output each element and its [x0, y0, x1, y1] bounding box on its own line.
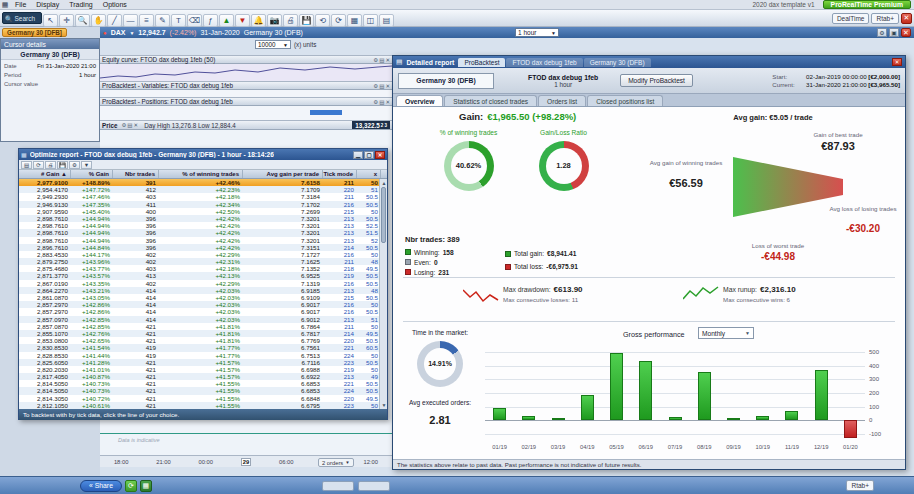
- optimize-titlebar[interactable]: ▦ Optimize report - FTOD dax debug 1feb …: [19, 149, 387, 160]
- share-button[interactable]: « Share: [80, 480, 122, 492]
- maximize-icon[interactable]: ▣: [889, 28, 899, 37]
- panel-list-icon[interactable]: ▤: [379, 99, 384, 105]
- optimize-result-row[interactable]: 2,828.8530+141.44%419+41.77%6.751322450: [19, 352, 387, 359]
- list-icon[interactable]: ▤: [379, 14, 394, 27]
- save-icon[interactable]: 💾: [299, 14, 314, 27]
- optimize-result-row[interactable]: 2,946.9130+147.35%411+42.34%7.170221650.…: [19, 201, 387, 208]
- minimize-icon[interactable]: ▁: [353, 151, 363, 159]
- layout-icon[interactable]: ◫: [363, 14, 378, 27]
- equity-curve-chart[interactable]: [100, 64, 392, 81]
- close-icon[interactable]: ✕: [375, 151, 385, 159]
- opt-settings-icon[interactable]: ⚙: [69, 161, 80, 169]
- scrollbar[interactable]: ▲ ▼: [379, 179, 387, 409]
- detailed-report-titlebar[interactable]: ▤ Detailed report ProBacktestFTOD dax de…: [393, 56, 905, 68]
- price-panel-header[interactable]: Price ⚙▤✕ Day High 13,276.8 Low 12,884.4…: [100, 120, 392, 130]
- opt-print-icon[interactable]: 🖨: [45, 161, 56, 169]
- opt-refresh-icon[interactable]: ⟳: [33, 161, 44, 169]
- optimize-result-row[interactable]: 2,883.4530+144.17%402+42.29%7.172721650: [19, 251, 387, 258]
- optimize-result-row[interactable]: 2,830.8530+141.54%419+41.77%6.756122160.…: [19, 344, 387, 351]
- eraser-icon[interactable]: ⌫: [187, 14, 202, 27]
- panel-close-icon[interactable]: ✕: [134, 122, 139, 128]
- panel-close-icon[interactable]: ✕: [385, 99, 390, 105]
- optimize-result-row[interactable]: 2,817.4050+140.87%421+41.57%6.692221349: [19, 373, 387, 380]
- variables-panel-header[interactable]: ProBacktest - Variables: FTOD dax debug …: [100, 81, 392, 90]
- scrollbar-thumb[interactable]: [381, 187, 386, 243]
- optimize-result-row[interactable]: 2,857.0970+142.85%414+42.03%6.901221351: [19, 316, 387, 323]
- panel-list-icon[interactable]: ▤: [379, 83, 384, 89]
- panel-list-icon[interactable]: ▤: [127, 122, 132, 128]
- undo-icon[interactable]: ⟲: [315, 14, 330, 27]
- maximize-icon[interactable]: ▢: [364, 151, 374, 159]
- optimize-result-row[interactable]: 2,954.4170+147.72%412+42.23%7.170922051: [19, 186, 387, 193]
- optimize-result-row[interactable]: 2,907.9590+145.40%400+42.50%7.269921550: [19, 208, 387, 215]
- optimize-result-row[interactable]: 2,820.2030+141.01%421+41.57%6.698821950: [19, 366, 387, 373]
- optimize-result-row[interactable]: 2,857.2970+142.86%414+42.03%6.901721650: [19, 301, 387, 308]
- column-header[interactable]: x: [357, 170, 381, 178]
- template-selector[interactable]: 2020 dax template v1: [752, 1, 814, 8]
- cursor-details-titlebar[interactable]: Cursor details: [1, 39, 99, 49]
- screenshot-icon[interactable]: 📷: [267, 14, 282, 27]
- column-header[interactable]: Nbr trades: [113, 170, 159, 178]
- minimized-window-chip[interactable]: [358, 481, 390, 491]
- column-header[interactable]: Tick mode: [323, 170, 357, 178]
- report-tab[interactable]: ProBacktest: [458, 58, 505, 67]
- menu-trading[interactable]: Trading: [64, 1, 97, 8]
- optimize-result-row[interactable]: 2,814.5050+140.73%421+41.55%6.685322150.…: [19, 380, 387, 387]
- optimize-result-row[interactable]: 2,898.7610+144.94%396+42.42%7.320121352.…: [19, 222, 387, 229]
- report-tab[interactable]: FTOD dax debug 1feb: [506, 58, 582, 67]
- close-icon[interactable]: ✕: [901, 28, 911, 37]
- redo-icon[interactable]: ⟳: [331, 14, 346, 27]
- optimize-result-row[interactable]: 2,861.0870+143.05%414+42.03%6.910921550.…: [19, 294, 387, 301]
- crosshair-icon[interactable]: ✛: [59, 14, 74, 27]
- alert-icon[interactable]: 🔔: [251, 14, 266, 27]
- indicator-icon[interactable]: ƒ: [203, 14, 218, 27]
- positions-panel-header[interactable]: ProBacktest - Positions: FTOD dax debug …: [100, 97, 392, 106]
- account-chip[interactable]: Rtab+: [871, 13, 899, 24]
- text-icon[interactable]: T: [171, 14, 186, 27]
- minimized-window-chip[interactable]: [322, 481, 354, 491]
- panel-settings-icon[interactable]: ⚙: [121, 122, 126, 128]
- scroll-up-icon[interactable]: ▲: [380, 179, 388, 187]
- sell-arrow-icon[interactable]: ▼: [235, 14, 250, 27]
- column-header[interactable]: # Gain ▲: [19, 170, 71, 178]
- hand-icon[interactable]: ✋: [91, 14, 106, 27]
- optimize-result-row[interactable]: 2,857.2970+142.86%414+42.03%6.901721650.…: [19, 308, 387, 315]
- spreadsheet-icon[interactable]: ▦: [140, 480, 152, 492]
- report-tab[interactable]: Germany 30 (DFB): [584, 58, 651, 67]
- optimize-result-row[interactable]: 2,949.2930+147.46%403+42.18%7.318421150.…: [19, 193, 387, 200]
- close-icon[interactable]: ✕: [892, 58, 902, 66]
- buy-arrow-icon[interactable]: ▲: [219, 14, 234, 27]
- column-header[interactable]: % Gain: [71, 170, 113, 178]
- workspace-close-icon[interactable]: ✕: [901, 13, 912, 24]
- column-header[interactable]: Avg gain per trade: [243, 170, 323, 178]
- panel-list-icon[interactable]: ▤: [379, 57, 384, 63]
- subtab-closed-positions-list[interactable]: Closed positions list: [587, 95, 663, 106]
- grid-icon[interactable]: ▦: [347, 14, 362, 27]
- menu-file[interactable]: File: [10, 1, 31, 8]
- optimize-result-row[interactable]: 2,825.6050+141.28%421+41.57%6.711622350.…: [19, 359, 387, 366]
- optimize-result-row[interactable]: 2,896.7610+144.84%396+42.42%7.315121450.…: [19, 244, 387, 251]
- premium-button[interactable]: ProRealTime Premium: [823, 0, 911, 9]
- menu-display[interactable]: Display: [31, 1, 64, 8]
- zoom-in-icon[interactable]: 🔍: [75, 14, 90, 27]
- subtab-statistics-of-closed-trades[interactable]: Statistics of closed trades: [444, 95, 537, 106]
- optimize-result-row[interactable]: 2,879.2750+143.96%402+42.31%7.162521148: [19, 258, 387, 265]
- chevron-down-icon[interactable]: ▼: [129, 30, 134, 36]
- optimize-result-row[interactable]: 2,871.3770+143.57%413+42.13%6.952521950.…: [19, 272, 387, 279]
- opt-filter-icon[interactable]: ▼: [81, 161, 92, 169]
- optimize-result-row[interactable]: 2,898.7610+144.94%396+42.42%7.320121351.…: [19, 229, 387, 236]
- subtab-overview[interactable]: Overview: [396, 95, 443, 106]
- chart-settings-icon[interactable]: ⚙: [877, 28, 887, 37]
- panel-close-icon[interactable]: ✕: [385, 83, 390, 89]
- equity-panel-header[interactable]: Equity curve: FTOD dax debug 1feb (50) ⚙…: [100, 55, 392, 64]
- optimize-result-row[interactable]: 2,855.1070+142.76%421+41.81%6.781721449.…: [19, 330, 387, 337]
- account-chip[interactable]: DealTime: [832, 13, 870, 24]
- timeframe-select[interactable]: 1 hour▼: [515, 28, 559, 37]
- optimize-result-row[interactable]: 2,867.0190+143.35%402+42.29%7.131921650.…: [19, 280, 387, 287]
- optimize-result-row[interactable]: 2,814.3050+140.72%421+41.55%6.684822049.…: [19, 395, 387, 402]
- panel-settings-icon[interactable]: ⚙: [373, 83, 378, 89]
- panel-close-icon[interactable]: ✕: [385, 57, 390, 63]
- taskbar-right-chip[interactable]: Rtab+: [846, 480, 874, 491]
- scroll-down-icon[interactable]: ▼: [380, 401, 388, 409]
- opt-list-icon[interactable]: ▤: [21, 161, 32, 169]
